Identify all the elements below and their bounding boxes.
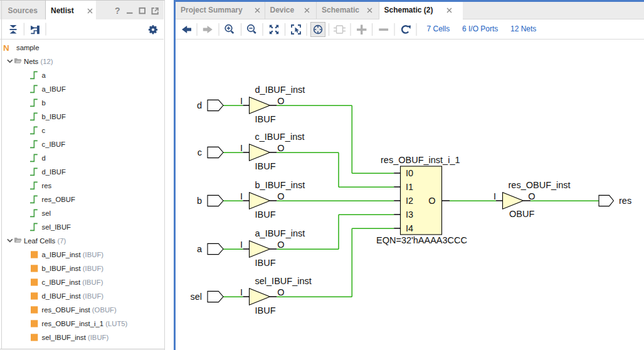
svg-text:I2: I2 <box>406 196 413 206</box>
svg-text:b: b <box>197 196 202 206</box>
svg-text:O: O <box>277 240 284 250</box>
svg-text:I0: I0 <box>406 168 413 178</box>
svg-text:c_IBUF_inst: c_IBUF_inst <box>255 132 305 142</box>
svg-text:b_IBUF_inst: b_IBUF_inst <box>255 180 305 190</box>
svg-text:res_OBUF_inst: res_OBUF_inst <box>509 180 571 190</box>
svg-text:O: O <box>277 191 284 201</box>
svg-text:O: O <box>528 191 535 201</box>
svg-text:I: I <box>240 143 243 153</box>
svg-text:d_IBUF_inst: d_IBUF_inst <box>255 85 305 95</box>
svg-text:I3: I3 <box>406 209 413 220</box>
svg-text:O: O <box>277 96 284 106</box>
svg-text:I1: I1 <box>406 182 413 192</box>
svg-text:IBUF: IBUF <box>255 209 276 220</box>
svg-text:IBUF: IBUF <box>255 305 276 316</box>
svg-text:?: ? <box>115 5 120 15</box>
svg-text:IBUF: IBUF <box>255 161 276 171</box>
svg-text:sel_IBUF_inst: sel_IBUF_inst <box>255 276 312 286</box>
svg-text:O: O <box>277 287 284 297</box>
svg-text:O: O <box>277 143 284 153</box>
svg-text:IBUF: IBUF <box>255 258 276 268</box>
svg-text:I4: I4 <box>406 223 413 233</box>
svg-text:sel: sel <box>190 292 202 302</box>
svg-text:OBUF: OBUF <box>509 209 534 219</box>
svg-text:I: I <box>240 191 243 201</box>
svg-text:a: a <box>197 244 203 254</box>
svg-text:I: I <box>240 287 243 297</box>
svg-text:res: res <box>619 196 631 206</box>
svg-text:res_OBUF_inst_i_1: res_OBUF_inst_i_1 <box>381 155 460 165</box>
svg-text:O: O <box>428 196 435 206</box>
svg-text:I: I <box>240 240 243 250</box>
svg-text:d: d <box>197 100 202 110</box>
svg-text:I: I <box>240 96 243 106</box>
svg-text:a_IBUF_inst: a_IBUF_inst <box>255 228 305 238</box>
svg-text:c: c <box>198 147 202 157</box>
svg-text:I: I <box>494 191 496 201</box>
svg-text:EQN=32'hAAAA3CCC: EQN=32'hAAAA3CCC <box>376 235 467 245</box>
svg-text:IBUF: IBUF <box>255 114 276 124</box>
svg-text:N: N <box>3 43 9 53</box>
